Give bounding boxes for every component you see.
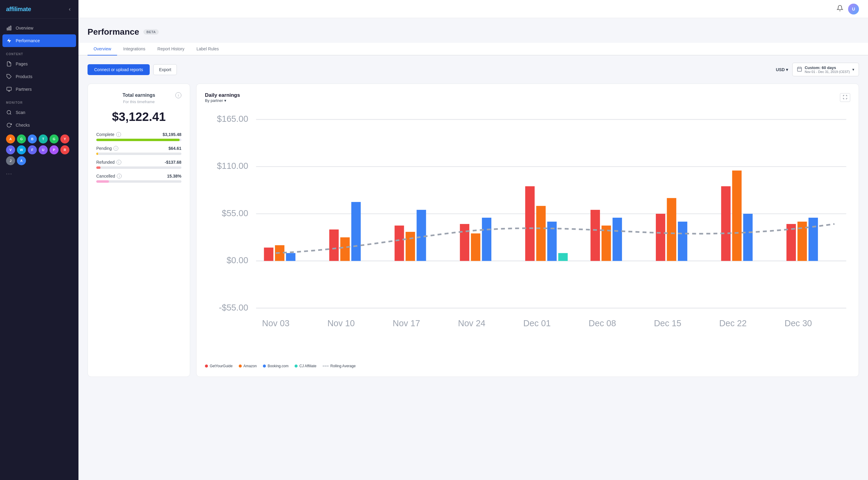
cancelled-progress-fill [96, 180, 109, 183]
refunded-progress-bar [96, 166, 181, 169]
sidebar-item-scan-label: Scan [16, 110, 25, 115]
topbar: U [79, 0, 868, 18]
calendar-icon [797, 66, 802, 73]
refunded-info-icon[interactable]: i [117, 160, 121, 165]
svg-rect-25 [286, 253, 296, 261]
cancelled-value: 15.38% [167, 174, 181, 178]
partner-icon-y[interactable]: Y [60, 134, 69, 143]
partner-icon-t1[interactable]: T [39, 134, 48, 143]
complete-progress-bar [96, 139, 181, 141]
sidebar-item-products[interactable]: Products [0, 70, 79, 83]
complete-progress-fill [96, 139, 180, 141]
tab-report-history[interactable]: Report History [152, 43, 190, 56]
partner-icon-f[interactable]: F [28, 145, 37, 155]
getyourguide-dot [205, 365, 208, 368]
pending-progress-bar [96, 152, 181, 155]
rolling-avg-label: Rolling Average [331, 364, 356, 368]
pending-value: $64.61 [168, 146, 181, 151]
tab-label-rules[interactable]: Label Rules [190, 43, 225, 56]
svg-text:$0.00: $0.00 [227, 255, 248, 265]
svg-text:Nov 17: Nov 17 [393, 318, 420, 328]
tab-overview[interactable]: Overview [88, 43, 117, 56]
svg-rect-45 [721, 186, 731, 261]
toolbar: Connect or upload reports Export USD ▾ C… [88, 63, 859, 76]
expand-chart-button[interactable] [840, 93, 850, 102]
connect-upload-button[interactable]: Connect or upload reports [88, 64, 150, 75]
date-range-label: Custom: 60 days [805, 65, 836, 70]
svg-rect-2 [10, 26, 11, 30]
svg-text:Nov 24: Nov 24 [458, 318, 485, 328]
partner-icon-u[interactable]: U [39, 145, 48, 155]
date-range-text: Custom: 60 days Nov 01 - Dec 31, 2019 (C… [805, 65, 850, 74]
legend-cj: CJ Affiliate [294, 364, 316, 368]
logo-text: affilimate [6, 6, 31, 12]
svg-rect-26 [329, 230, 339, 261]
chart-title: Daily earnings [205, 92, 240, 98]
svg-text:Dec 22: Dec 22 [719, 318, 747, 328]
currency-selector[interactable]: USD ▾ [776, 67, 788, 72]
legend-getyourguide: GetYourGuide [205, 364, 233, 368]
chart-title-group: Daily earnings By partner ▾ [205, 92, 240, 103]
svg-rect-27 [340, 237, 349, 261]
cancelled-info-icon[interactable]: i [117, 174, 122, 178]
partner-icon-p[interactable]: P [50, 145, 59, 155]
tab-integrations[interactable]: Integrations [117, 43, 151, 56]
sidebar-item-scan[interactable]: Scan [0, 106, 79, 119]
section-monitor-label: MONITOR [0, 96, 79, 106]
svg-rect-39 [591, 210, 600, 261]
svg-rect-46 [732, 171, 742, 261]
partner-icon-j[interactable]: J [6, 156, 15, 165]
booking-label: Booking.com [268, 364, 288, 368]
export-button[interactable]: Export [153, 64, 177, 75]
cj-label: CJ Affiliate [300, 364, 316, 368]
more-partners-button[interactable]: ··· [0, 168, 79, 179]
stat-complete: Complete i $3,195.48 [96, 132, 181, 141]
svg-rect-50 [809, 218, 818, 261]
sidebar-item-partners[interactable]: Partners [0, 83, 79, 96]
topbar-right: U [837, 4, 859, 14]
partner-icon-v[interactable]: V [6, 145, 15, 155]
sidebar-collapse-button[interactable]: ‹ [67, 5, 72, 13]
main-area: U Performance BETA Overview Integrations… [79, 0, 868, 480]
by-partner-button[interactable]: By partner ▾ [205, 98, 226, 103]
date-range-picker[interactable]: Custom: 60 days Nov 01 - Dec 31, 2019 (C… [792, 63, 859, 76]
sidebar-item-pages-label: Pages [16, 62, 28, 66]
partner-icon-google[interactable]: G [17, 134, 26, 143]
partner-icon-g2[interactable]: G [50, 134, 59, 143]
partner-icon-w[interactable]: W [17, 145, 26, 155]
partner-icon-r[interactable]: R [60, 145, 69, 155]
svg-rect-23 [264, 247, 273, 261]
svg-rect-44 [678, 221, 687, 261]
chart-svg: $165.00 $110.00 $55.00 $0.00 -$55.00 [205, 108, 850, 359]
amazon-label: Amazon [244, 364, 257, 368]
svg-rect-35 [525, 186, 534, 261]
sidebar-item-checks[interactable]: Checks [0, 119, 79, 132]
svg-text:Nov 10: Nov 10 [328, 318, 355, 328]
sidebar-item-pages[interactable]: Pages [0, 58, 79, 70]
user-avatar[interactable]: U [848, 4, 859, 14]
notifications-button[interactable] [837, 5, 843, 13]
svg-rect-47 [743, 214, 752, 261]
stat-refunded: Refunded i -$137.68 [96, 160, 181, 169]
svg-text:$110.00: $110.00 [217, 161, 248, 171]
svg-rect-41 [613, 218, 622, 261]
beta-badge: BETA [143, 29, 159, 35]
sidebar-item-partners-label: Partners [16, 87, 32, 92]
sidebar-item-overview[interactable]: Overview [0, 22, 79, 34]
sidebar: affilimate ‹ Overview Performance CONTEN… [0, 0, 79, 480]
svg-text:Nov 03: Nov 03 [262, 318, 289, 328]
date-range-sub: Nov 01 - Dec 31, 2019 (CEST) [805, 70, 850, 74]
svg-rect-30 [406, 232, 415, 261]
sidebar-nav: Overview Performance CONTENT Pages [0, 19, 79, 480]
svg-text:-$55.00: -$55.00 [219, 303, 248, 312]
logo: affilimate [6, 6, 31, 13]
pending-info-icon[interactable]: i [114, 146, 118, 151]
partner-icon-amazon[interactable]: A [6, 134, 15, 143]
svg-text:Dec 01: Dec 01 [523, 318, 551, 328]
complete-info-icon[interactable]: i [116, 132, 121, 137]
sidebar-item-performance[interactable]: Performance [2, 34, 76, 47]
partner-icon-a2[interactable]: A [17, 156, 26, 165]
partner-icon-booking[interactable]: B [28, 134, 37, 143]
getyourguide-label: GetYourGuide [210, 364, 233, 368]
total-earnings-info-icon[interactable]: i [175, 92, 181, 98]
